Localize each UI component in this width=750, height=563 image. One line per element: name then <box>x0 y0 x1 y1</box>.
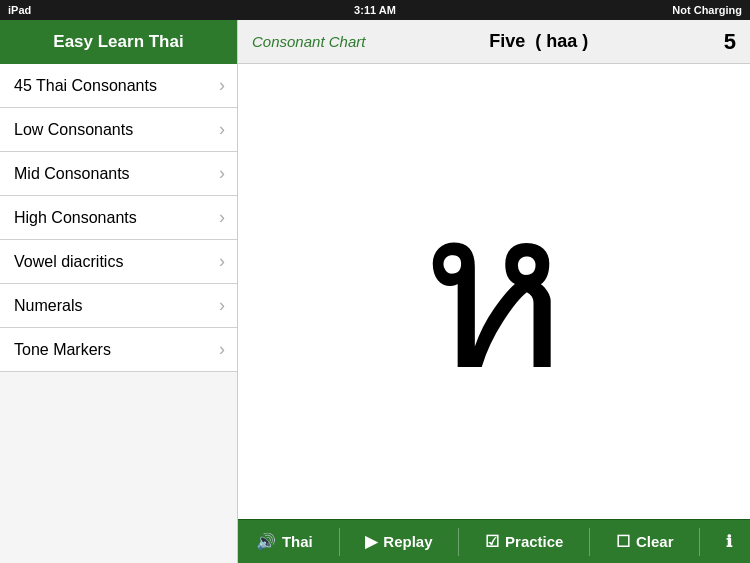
sidebar-item-mid-consonants[interactable]: Mid Consonants › <box>0 152 237 196</box>
consonant-number: 5 <box>712 29 736 55</box>
sidebar-item-numerals[interactable]: Numerals › <box>0 284 237 328</box>
clear-button[interactable]: ☐ Clear <box>606 528 684 555</box>
sidebar-item-vowel-diacritics[interactable]: Vowel diacritics › <box>0 240 237 284</box>
divider-2 <box>458 528 459 556</box>
sidebar-item-label: 45 Thai Consonants <box>14 77 157 95</box>
practice-label: Practice <box>505 533 563 550</box>
sidebar-item-label: Mid Consonants <box>14 165 130 183</box>
play-icon: ▶ <box>365 532 377 551</box>
sidebar-item-label: Tone Markers <box>14 341 111 359</box>
bottom-toolbar: 🔊 Thai ▶ Replay ☑ Practice ☐ Clear ℹ <box>238 519 750 563</box>
replay-button[interactable]: ▶ Replay <box>355 528 442 555</box>
sidebar-item-tone-markers[interactable]: Tone Markers › <box>0 328 237 372</box>
chevron-right-icon: › <box>219 295 225 316</box>
clock: 3:11 AM <box>128 4 622 16</box>
divider-3 <box>589 528 590 556</box>
sidebar-item-high-consonants[interactable]: High Consonants › <box>0 196 237 240</box>
chevron-right-icon: › <box>219 75 225 96</box>
consonant-name: Five <box>489 31 525 51</box>
info-icon: ℹ <box>726 532 732 551</box>
thai-label: Thai <box>282 533 313 550</box>
clear-label: Clear <box>636 533 674 550</box>
chevron-right-icon: › <box>219 339 225 360</box>
replay-label: Replay <box>383 533 432 550</box>
consonant-title: Five ( haa ) <box>365 31 712 52</box>
checkbox-checked-icon: ☑ <box>485 532 499 551</box>
sidebar-header: Easy Learn Thai <box>0 20 237 64</box>
chevron-right-icon: › <box>219 207 225 228</box>
status-bar: iPad 3:11 AM Not Charging <box>0 0 750 20</box>
chevron-right-icon: › <box>219 251 225 272</box>
info-button[interactable]: ℹ <box>716 528 742 555</box>
consonant-romanization: ( haa ) <box>535 31 588 51</box>
checkbox-empty-icon: ☐ <box>616 532 630 551</box>
practice-button[interactable]: ☑ Practice <box>475 528 573 555</box>
sidebar-item-label: Vowel diacritics <box>14 253 123 271</box>
chevron-right-icon: › <box>219 119 225 140</box>
thai-button[interactable]: 🔊 Thai <box>246 528 323 555</box>
sidebar-item-low-consonants[interactable]: Low Consonants › <box>0 108 237 152</box>
app-layout: Easy Learn Thai 45 Thai Consonants › Low… <box>0 20 750 563</box>
main-content: Consonant Chart Five ( haa ) 5 ห 🔊 Thai … <box>238 20 750 563</box>
sidebar-items: 45 Thai Consonants › Low Consonants › Mi… <box>0 64 237 372</box>
battery-status: Not Charging <box>622 4 742 16</box>
thai-character: ห <box>422 182 567 402</box>
sidebar-item-label: Low Consonants <box>14 121 133 139</box>
divider-1 <box>339 528 340 556</box>
device-label: iPad <box>8 4 128 16</box>
sidebar-item-label: High Consonants <box>14 209 137 227</box>
app-title: Easy Learn Thai <box>53 32 183 52</box>
speaker-icon: 🔊 <box>256 532 276 551</box>
sidebar: Easy Learn Thai 45 Thai Consonants › Low… <box>0 20 238 563</box>
divider-4 <box>699 528 700 556</box>
chevron-right-icon: › <box>219 163 225 184</box>
sidebar-item-label: Numerals <box>14 297 82 315</box>
main-header: Consonant Chart Five ( haa ) 5 <box>238 20 750 64</box>
sidebar-item-all-consonants[interactable]: 45 Thai Consonants › <box>0 64 237 108</box>
chart-title: Consonant Chart <box>252 33 365 50</box>
character-display: ห <box>238 64 750 519</box>
